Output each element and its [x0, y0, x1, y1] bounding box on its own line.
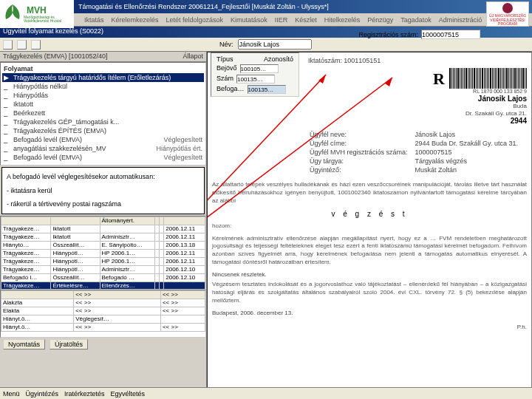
left-panel-title: Trágykezelés (EMVA) [1001052/40] Állapot [0, 52, 206, 62]
tree-item[interactable]: ⎯Beérkezett [2, 109, 204, 117]
reload-button[interactable]: Újratöltés [50, 339, 88, 349]
tree-item[interactable]: ▶Trágyakezelés tárgyú határidős ítélem (… [2, 73, 204, 82]
document-preview: TípusAzonosító Bejövő Szám Befoga… Iktat… [207, 52, 532, 399]
logo-abbr: MVH [27, 5, 61, 16]
barcode [449, 68, 527, 89]
table-row[interactable]: Trágyakeze…IktatottAdminisztr…2006.12.11 [1, 233, 205, 241]
print-button[interactable]: Nyomtatás [3, 339, 45, 349]
menu-item[interactable]: Hitelkezelés [324, 16, 361, 24]
toolbar-btn[interactable] [3, 40, 13, 50]
tree-item[interactable]: ⎯Befogadó levél (EMVA)Véglegesített [2, 135, 204, 144]
tree-item[interactable]: ⎯Hiánypótlás [2, 91, 204, 100]
logo-sub2: Vidékfejlesztési Hivatal [24, 19, 61, 23]
toolbar-btn[interactable] [17, 40, 27, 50]
logo-left: MVH Mezőgazdasági és Vidékfejlesztési Hi… [0, 0, 74, 28]
table-row[interactable]: Hiányt.ö…<< >><< >> [1, 323, 205, 331]
regszam-label: Regisztrációs szám: [358, 31, 418, 38]
tree-item[interactable]: ⎯Iktatott [2, 100, 204, 109]
statusbar: Menü Ügyintézés Iratérkeztetés Egyvéltet… [0, 387, 532, 399]
menu-item[interactable]: Kérelemkezelés [112, 16, 159, 24]
table-row[interactable]: Elakta<< >><< >> [1, 307, 205, 315]
table-row[interactable]: Trágyakeze…Hiánypótl…HP 2006.1…2006.12.1… [1, 257, 205, 265]
table-row[interactable]: Trágyakeze…Hiánypótl…HP 2006.1…2006.12.1… [1, 249, 205, 257]
window-title: Támogatási és Ellenőrzési Rendszer 20061… [78, 3, 329, 10]
tree-item[interactable]: ⎯anyagátlási szakkezelésén_MVHiánypótlás… [2, 144, 204, 153]
tree-root[interactable]: Folyamat [2, 64, 204, 73]
regszam-field: Regisztrációs szám: [358, 30, 480, 39]
tree-item[interactable]: ⎯Befogadó levél (EMVA)Véglegesített [2, 153, 204, 162]
table-row[interactable]: Trágyakeze…Értékelésre…Ellenőrzés… [1, 282, 205, 290]
tree-item[interactable]: ⎯Trágyakezelés ÉPÍTÉS (EMVA) [2, 126, 204, 135]
tree-item[interactable]: ⎯Trágyakezelés GÉP_támogatási k... [2, 117, 204, 126]
table-row[interactable]: Hiánytó…Összeállít…E. Sányipólto…2006.13… [1, 241, 205, 249]
process-tree[interactable]: Folyamat ▶Trágyakezelés tárgyú határidős… [0, 62, 206, 166]
menu-item[interactable]: Készlet [295, 16, 317, 24]
table-row[interactable]: Trágyakeze…Iktatott2006.12.11 [1, 225, 205, 233]
menu-item[interactable]: Iktatás [84, 16, 104, 24]
logo-right: ÚJ MAGYARORSZÁG VIDÉKFEJLESZTÉSI PROGRAM [486, 1, 529, 27]
tipus-befoga[interactable] [248, 85, 286, 94]
table-row[interactable]: Trágyakeze…Hiánypótl…Adminisztr…2006.12.… [1, 265, 205, 273]
tree-item[interactable]: ⎯Hiánypótlás nélkül [2, 82, 204, 91]
nev-label: Név: [219, 41, 233, 48]
toolbar: Név: [0, 38, 532, 52]
registered-mark: R [433, 69, 445, 89]
regszam-input[interactable] [421, 30, 480, 39]
menu-item[interactable]: Letét feldolgozások [166, 16, 224, 24]
tipus-bejovo[interactable] [240, 64, 279, 73]
menu-item[interactable]: Adminisztráció [439, 16, 482, 24]
toolbar-btn[interactable] [31, 40, 41, 50]
state-grid[interactable]: << >><< >>Alakzta<< >><< >>Elakta<< >><<… [0, 290, 206, 338]
nev-input[interactable] [238, 39, 312, 50]
events-grid[interactable]: Állományért.Trágyakeze…Iktatott2006.12.1… [0, 216, 206, 290]
table-row[interactable]: Befogadó l…Összeállít…Befogadó …2006.12.… [1, 273, 205, 282]
annotation-callout: A befogadó levél véglegesítésekor automa… [1, 167, 205, 214]
menu-item[interactable]: IIER [275, 16, 288, 24]
menu-item[interactable]: Kimutatások [231, 16, 267, 24]
menubar[interactable]: Iktatás Kérelemkezelés Letét feldolgozás… [0, 13, 532, 27]
table-row[interactable]: Hiányt.ö…Véglegesít… [1, 315, 205, 323]
window-titlebar: Támogatási és Ellenőrzési Rendszer 20061… [0, 0, 532, 13]
table-row[interactable]: Alakzta<< >><< >> [1, 299, 205, 307]
menu-item[interactable]: Pénzügy [367, 16, 393, 24]
menu-item[interactable]: Tagadatok [400, 16, 432, 24]
flower-icon [502, 3, 513, 13]
tipus-szam[interactable] [236, 75, 275, 83]
leaf-icon [1, 3, 24, 25]
